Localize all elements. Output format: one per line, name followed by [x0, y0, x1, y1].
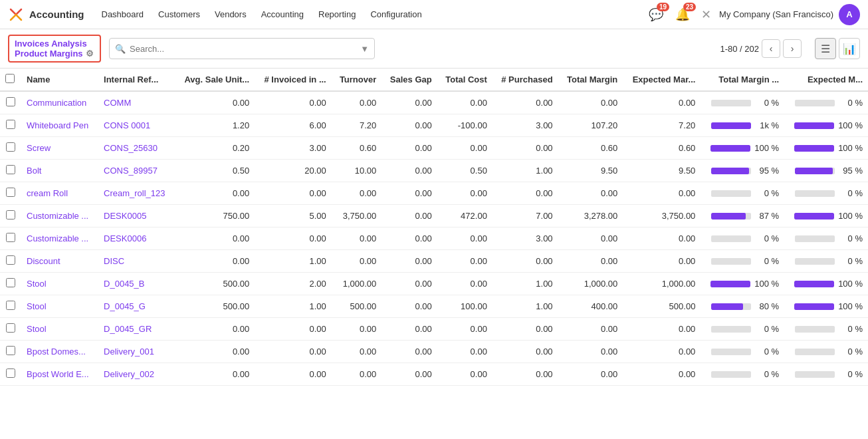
- row-name[interactable]: Customizable ...: [21, 227, 98, 250]
- row-checkbox[interactable]: [0, 160, 21, 182]
- prev-page-button[interactable]: ‹: [762, 39, 780, 58]
- row-checkbox[interactable]: [0, 250, 21, 273]
- row-ref[interactable]: DISC: [98, 250, 175, 273]
- col-expected-m[interactable]: Expected M...: [784, 69, 868, 91]
- row-name[interactable]: Whiteboard Pen: [21, 114, 98, 137]
- chart-view-button[interactable]: 📊: [839, 38, 860, 59]
- search-bar[interactable]: 🔍 ▼: [109, 38, 375, 59]
- row-name[interactable]: Stool: [21, 273, 98, 295]
- row-ref[interactable]: CONS 0001: [98, 114, 175, 137]
- row-ref[interactable]: DESK0005: [98, 205, 175, 227]
- company-name[interactable]: My Company (San Francisco): [719, 9, 833, 19]
- row-invoiced: 5.00: [255, 205, 332, 227]
- nav-configuration[interactable]: Configuration: [364, 5, 428, 23]
- row-total-margin-pct: 95 %: [701, 160, 784, 182]
- row-checkbox[interactable]: [0, 227, 21, 250]
- pagination-text: 1-80 / 202: [720, 44, 759, 54]
- col-total-margin-pct[interactable]: Total Margin ...: [701, 69, 784, 91]
- table-row: Customizable ... DESK0005 750.00 5.00 3,…: [0, 205, 868, 227]
- row-total-cost: 0.00: [437, 318, 492, 341]
- nav-customers[interactable]: Customers: [152, 5, 207, 23]
- row-turnover: 7.20: [332, 114, 382, 137]
- row-ref[interactable]: Delivery_001: [98, 341, 175, 363]
- app-logo[interactable]: [8, 7, 24, 23]
- row-name[interactable]: Stool: [21, 318, 98, 341]
- row-turnover: 0.60: [332, 137, 382, 160]
- nav-dashboard[interactable]: Dashboard: [95, 5, 151, 23]
- row-checkbox[interactable]: [0, 182, 21, 205]
- gear-icon[interactable]: ⚙: [86, 49, 94, 59]
- row-name[interactable]: Customizable ...: [21, 205, 98, 227]
- row-checkbox[interactable]: [0, 363, 21, 386]
- row-checkbox[interactable]: [0, 318, 21, 341]
- row-name[interactable]: Bpost Domes...: [21, 341, 98, 363]
- row-checkbox[interactable]: [0, 273, 21, 295]
- row-name[interactable]: Screw: [21, 137, 98, 160]
- row-ref[interactable]: CONS_89957: [98, 160, 175, 182]
- row-ref[interactable]: D_0045_B: [98, 273, 175, 295]
- row-checkbox[interactable]: [0, 114, 21, 137]
- close-icon[interactable]: ✕: [701, 7, 711, 22]
- row-purchased: 3.00: [492, 114, 558, 137]
- row-turnover: 0.00: [332, 341, 382, 363]
- col-name[interactable]: Name: [21, 69, 98, 91]
- row-total-cost: 0.00: [437, 363, 492, 386]
- col-invoiced[interactable]: # Invoiced in ...: [255, 69, 332, 91]
- row-purchased: 1.00: [492, 295, 558, 318]
- col-sales-gap[interactable]: Sales Gap: [381, 69, 437, 91]
- product-margins-table: Name Internal Ref... Avg. Sale Unit... #…: [0, 69, 868, 386]
- breadcrumb-line1[interactable]: Invoices Analysis: [15, 39, 94, 49]
- row-expected-m: 100 %: [784, 295, 868, 318]
- row-total-margin: 9.50: [558, 160, 623, 182]
- list-view-button[interactable]: ☰: [815, 38, 836, 59]
- next-page-button[interactable]: ›: [783, 39, 802, 58]
- row-ref[interactable]: D_0045_GR: [98, 318, 175, 341]
- row-checkbox[interactable]: [0, 91, 21, 114]
- row-checkbox[interactable]: [0, 137, 21, 160]
- nav-reporting[interactable]: Reporting: [312, 5, 362, 23]
- nav-vendors[interactable]: Vendors: [208, 5, 253, 23]
- row-name[interactable]: cream Roll: [21, 182, 98, 205]
- row-name[interactable]: Bpost World E...: [21, 363, 98, 386]
- row-total-margin-pct: 0 %: [701, 363, 784, 386]
- row-ref[interactable]: CONS_25630: [98, 137, 175, 160]
- col-avg[interactable]: Avg. Sale Unit...: [175, 69, 255, 91]
- row-ref[interactable]: COMM: [98, 91, 175, 114]
- nav-accounting[interactable]: Accounting: [255, 5, 310, 23]
- row-name[interactable]: Bolt: [21, 160, 98, 182]
- search-input[interactable]: [130, 44, 358, 54]
- row-total-margin-pct: 0 %: [701, 341, 784, 363]
- row-checkbox[interactable]: [0, 341, 21, 363]
- col-turnover[interactable]: Turnover: [332, 69, 382, 91]
- col-total-margin[interactable]: Total Margin: [558, 69, 623, 91]
- row-avg: 0.00: [175, 318, 255, 341]
- row-ref[interactable]: DESK0006: [98, 227, 175, 250]
- row-ref[interactable]: D_0045_G: [98, 295, 175, 318]
- row-name[interactable]: Stool: [21, 295, 98, 318]
- row-total-margin-pct: 80 %: [701, 295, 784, 318]
- row-turnover: 0.00: [332, 91, 382, 114]
- col-ref[interactable]: Internal Ref...: [98, 69, 175, 91]
- row-total-cost: 0.00: [437, 250, 492, 273]
- col-total-cost[interactable]: Total Cost: [437, 69, 492, 91]
- row-name[interactable]: Communication: [21, 91, 98, 114]
- row-checkbox[interactable]: [0, 295, 21, 318]
- row-expected-m: 0 %: [784, 250, 868, 273]
- row-sales-gap: 0.00: [381, 295, 437, 318]
- row-sales-gap: 0.00: [381, 273, 437, 295]
- row-ref[interactable]: Delivery_002: [98, 363, 175, 386]
- row-ref[interactable]: Cream_roll_123: [98, 182, 175, 205]
- row-avg: 0.00: [175, 91, 255, 114]
- user-avatar[interactable]: A: [839, 4, 860, 25]
- row-total-margin: 3,278.00: [558, 205, 623, 227]
- col-expected-mar[interactable]: Expected Mar...: [623, 69, 701, 91]
- row-checkbox[interactable]: [0, 205, 21, 227]
- notification-button[interactable]: 🔔 23: [672, 4, 693, 25]
- row-name[interactable]: Discount: [21, 250, 98, 273]
- chat-button[interactable]: 💬 19: [645, 4, 667, 25]
- select-all-checkbox[interactable]: [5, 74, 15, 83]
- col-purchased[interactable]: # Purchased: [492, 69, 558, 91]
- search-dropdown-icon[interactable]: ▼: [360, 44, 369, 54]
- row-total-margin-pct: 0 %: [701, 91, 784, 114]
- breadcrumb-line2-text[interactable]: Product Margins: [15, 49, 83, 59]
